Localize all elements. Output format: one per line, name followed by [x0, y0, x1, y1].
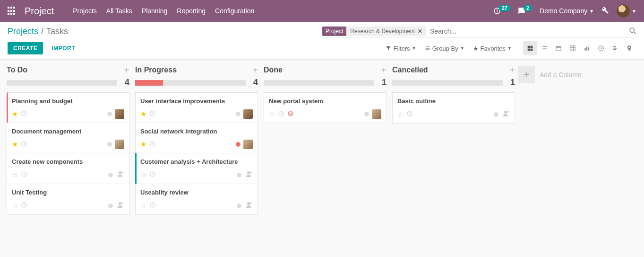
kanban-card[interactable]: New portal system☆ — [264, 92, 386, 123]
search-bar[interactable]: Project Research & Development ✕ — [322, 26, 636, 37]
calendar-view-icon[interactable] — [551, 41, 566, 55]
messages-indicator[interactable]: 2 — [518, 7, 532, 15]
kanban-card[interactable]: Planning and budget★ — [7, 92, 129, 123]
pivot-view-icon[interactable] — [566, 41, 580, 55]
activity-clock-icon[interactable] — [149, 141, 156, 149]
star-icon[interactable]: ☆ — [12, 171, 18, 179]
assign-user-icon[interactable] — [501, 109, 510, 119]
column-progress[interactable] — [392, 80, 503, 86]
map-view-icon[interactable] — [622, 41, 636, 55]
kanban-state-dot[interactable] — [364, 112, 369, 116]
kanban-state-dot[interactable] — [107, 142, 112, 147]
assign-user-icon[interactable] — [116, 170, 124, 180]
kanban-state-dot[interactable] — [237, 204, 241, 208]
assignee-avatar[interactable] — [372, 109, 381, 119]
breadcrumb-projects[interactable]: Projects — [8, 27, 38, 36]
kanban-card[interactable]: Unit Testing☆ — [7, 184, 129, 215]
star-icon[interactable]: ☆ — [397, 110, 404, 119]
list-view-icon[interactable] — [537, 41, 551, 55]
nav-reporting[interactable]: Reporting — [177, 7, 206, 15]
activity-clock-icon[interactable] — [149, 171, 156, 179]
favorites-dropdown[interactable]: ★ Favorites▼ — [473, 45, 512, 52]
search-facet-value[interactable]: Research & Development ✕ — [346, 27, 426, 36]
kanban-state-dot[interactable] — [108, 173, 113, 177]
column-progress[interactable] — [264, 80, 374, 86]
activity-clock-icon[interactable] — [149, 110, 156, 118]
kanban-card[interactable]: Customer analysis + Architecture☆ — [135, 153, 258, 184]
nav-alltasks[interactable]: All Tasks — [106, 7, 132, 15]
activity-indicator[interactable]: 27 — [493, 7, 510, 15]
quick-create-icon[interactable]: + — [252, 65, 258, 75]
kanban-state-dot[interactable] — [108, 204, 113, 208]
column-title[interactable]: In Progress — [135, 66, 177, 74]
column-title[interactable]: To Do — [7, 66, 27, 74]
user-menu[interactable]: ▼ — [617, 4, 636, 18]
activity-clock-icon[interactable] — [406, 110, 413, 118]
star-icon[interactable]: ☆ — [12, 202, 18, 210]
import-button[interactable]: IMPORT — [47, 42, 80, 54]
graph-view-icon[interactable] — [580, 41, 594, 55]
quick-create-icon[interactable]: + — [509, 65, 515, 75]
nav-menu: Projects All Tasks Planning Reporting Co… — [73, 7, 254, 15]
apps-icon[interactable] — [8, 7, 16, 15]
kanban-card[interactable]: Create new components☆ — [7, 153, 129, 184]
activity-clock-icon[interactable] — [278, 110, 284, 118]
assignee-avatar[interactable] — [243, 109, 253, 119]
activity-view-icon[interactable] — [594, 41, 608, 55]
assign-user-icon[interactable] — [244, 170, 253, 180]
star-icon[interactable]: ★ — [140, 140, 146, 149]
kanban-state-dot[interactable] — [107, 112, 112, 116]
star-icon[interactable]: ★ — [12, 110, 18, 118]
filters-dropdown[interactable]: Filters▼ — [386, 45, 416, 52]
kanban-state-dot[interactable] — [237, 173, 241, 177]
kanban-state-dot[interactable] — [494, 112, 498, 117]
company-switcher[interactable]: Demo Company ▼ — [540, 7, 594, 15]
star-icon[interactable]: ☆ — [140, 171, 146, 179]
activity-clock-icon[interactable] — [21, 171, 27, 179]
search-input[interactable] — [426, 26, 629, 37]
column-title[interactable]: Done — [264, 66, 283, 74]
activity-clock-icon[interactable] — [21, 141, 27, 149]
debug-icon[interactable] — [601, 7, 609, 16]
kanban-card[interactable]: Document management★ — [7, 123, 129, 153]
assign-user-icon[interactable] — [116, 201, 124, 211]
gantt-view-icon[interactable] — [608, 41, 622, 55]
app-brand[interactable]: Project — [25, 6, 54, 17]
create-button[interactable]: CREATE — [8, 42, 43, 54]
star-icon[interactable]: ★ — [12, 140, 18, 149]
column-progress[interactable] — [7, 80, 117, 86]
star-icon[interactable]: ☆ — [140, 202, 146, 210]
kanban-state-dot[interactable] — [236, 112, 240, 116]
assignee-avatar[interactable] — [243, 140, 253, 149]
activity-clock-icon[interactable] — [21, 110, 27, 118]
star-icon[interactable]: ☆ — [269, 110, 275, 118]
kanban-card[interactable]: User interface improvements★ — [135, 92, 258, 123]
card-title: Planning and budget — [12, 97, 124, 105]
kanban-card[interactable]: Basic outline☆ — [392, 92, 515, 124]
kanban-card[interactable]: Social network integration★ — [135, 123, 258, 153]
assign-user-icon[interactable] — [244, 201, 253, 211]
nav-projects[interactable]: Projects — [73, 7, 97, 15]
activity-clock-icon[interactable] — [21, 202, 27, 210]
star-icon[interactable]: ★ — [140, 110, 146, 118]
activity-clock-icon[interactable] — [149, 202, 156, 210]
kanban-view-icon[interactable] — [523, 41, 537, 55]
kanban-column: To Do+4Planning and budget★Document mana… — [4, 65, 132, 214]
groupby-dropdown[interactable]: Group By▼ — [425, 45, 464, 52]
mood-sad-icon[interactable] — [287, 110, 294, 118]
quick-create-icon[interactable]: + — [381, 65, 386, 75]
add-column[interactable]: +Add a Column — [518, 65, 603, 83]
column-title[interactable]: Cancelled — [392, 66, 428, 74]
assignee-avatar[interactable] — [115, 140, 124, 149]
column-progress[interactable] — [135, 80, 246, 86]
assignee-avatar[interactable] — [115, 109, 124, 119]
remove-facet-icon[interactable]: ✕ — [418, 28, 422, 35]
nav-configuration[interactable]: Configuration — [215, 7, 254, 15]
search-icon[interactable] — [629, 27, 636, 36]
svg-rect-7 — [556, 46, 561, 51]
kanban-state-dot[interactable] — [236, 142, 240, 147]
quick-create-icon[interactable]: + — [124, 65, 129, 75]
card-title: Social network integration — [140, 128, 253, 135]
kanban-card[interactable]: Useablity review☆ — [135, 184, 258, 215]
nav-planning[interactable]: Planning — [142, 7, 168, 15]
